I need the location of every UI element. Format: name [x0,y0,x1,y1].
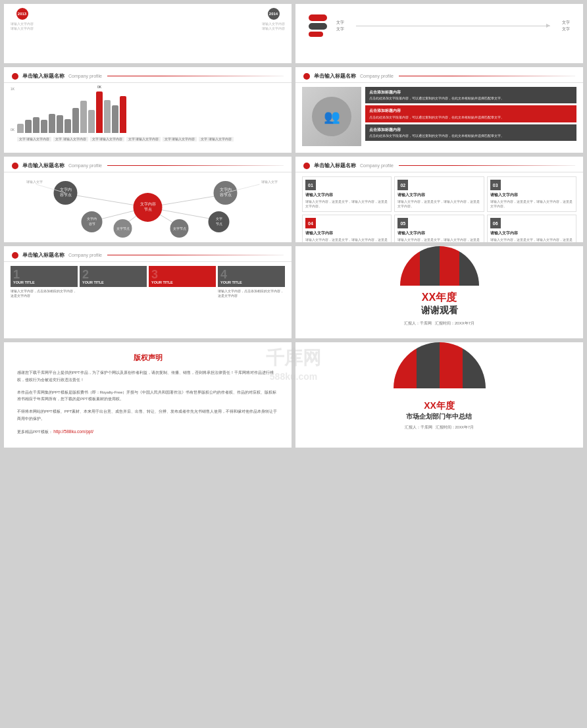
text-block-1: 点击添加标题内容 点击此处添加文字段落内容，可以通过复制的文字内容，在此文本框粘… [365,87,576,103]
final-text-area: XX年度 市场企划部门年中总结 汇报人：千库网 汇报时间：20XX年7月 [405,400,474,430]
list-num-3: 03 [490,180,501,190]
slide-2a-header: 单击输入标题名称 Company profile [4,67,292,83]
sc2-seg-3 [440,342,463,388]
header-line [107,76,284,76]
list-title-5: 请输入文字内容 [397,230,480,236]
list-card-6: 06 请输入文字内容 请输入文字内容，这里是文字，请输入文字内容，这里是文字内容… [487,215,576,242]
header-accent-4a [12,252,18,259]
slide-thankyou: XX年度 谢谢观看 汇报人：千库网 汇报时间：20XX年7月 [295,246,583,338]
svg-text:文字内: 文字内 [87,217,97,221]
list-card-1: 01 请输入文字内容 请输入文字内容，这里是文字，请输入文字内容，这里是文字内容… [302,176,392,212]
slide-2b-header: 单击输入标题名称 Company profile [295,67,583,83]
header-accent-2b [303,73,310,80]
header-title: 单击输入标题名称 [22,72,64,80]
sc2-seg-2 [417,342,440,388]
pill-label-1: 文字 [336,20,344,25]
slide-photo-text: 单击输入标题名称 Company profile 👥 点击添加标题内容 点击此处… [295,67,583,153]
slide-listgrid: 单击输入标题名称 Company profile 01 请输入文字内容 请输入文… [295,157,583,242]
pills-content: 文字 文字 文字 文字 [295,4,583,47]
list-title-2: 请输入文字内容 [397,192,480,198]
slide-4a-header: 单击输入标题名称 Company profile [4,246,292,262]
list-card-5: 05 请输入文字内容 请输入文字内容，这里是文字，请输入文字内容，这里是文字内容… [394,215,484,242]
header-title-3b: 单击输入标题名称 [314,162,356,169]
header-title-3a: 单击输入标题名称 [22,162,64,169]
timeline-item-2: 2014 请输入文字内容请输入文字内容 [262,8,285,31]
slide-final: XX年度 市场企划部门年中总结 汇报人：千库网 汇报时间：20XX年7月 [295,342,583,448]
slide-3a-header: 单击输入标题名称 Company profile [4,157,292,172]
svg-text:文字: 文字 [216,217,222,221]
main-grid: 2013 请输入文字内容请输入文字内容 2014 请输入文字内容请输入文字内容 [0,0,587,452]
header-subtitle-4a: Company profile [68,253,102,257]
steps-content: 1 YOUR TITLE 2 YOUR TITLE 3 YOUR TITLE 4… [4,262,292,303]
svg-text:请输入文字: 请输入文字 [261,180,278,184]
header-title-4a: 单击输入标题名称 [22,251,64,259]
header-accent-3b [303,163,310,169]
step-4-title: YOUR TITLE [220,280,282,284]
list-title-1: 请输入文字内容 [305,192,388,198]
pill-label-4: 文字 [562,27,570,32]
list-num-5: 05 [397,218,408,228]
sc-seg-3 [440,246,459,286]
list-num-2: 02 [397,180,408,190]
svg-text:文字内: 文字内 [220,187,232,192]
slide-barchart: 单击输入标题名称 Company profile 1K 0K [4,67,292,153]
photo-placeholder: 👥 [302,87,361,146]
copyright-para-1: 感谢您下载千库网平台上提供的PPT作品，为了保护个网以及原创作者利益，请勿复制、… [17,369,278,384]
pill-label-2: 文字 [336,27,344,32]
header-title-2b: 单击输入标题名称 [314,72,356,80]
step-2-title: YOUR TITLE [82,280,144,284]
mindmap-area: 文字内容 节点 文字内 容节点 文字内 容节 文字内 容节点 文字 节点 文字节… [4,172,292,242]
header-accent-3a [12,163,18,169]
step-4-number: 4 [220,269,282,280]
list-body-2: 请输入文字内容，这里是文字，请输入文字内容，这里是文字内容。 [397,199,480,209]
sc-seg-4 [459,246,479,286]
svg-text:请输入文字: 请输入文字 [26,180,43,184]
sc2-seg-4 [463,342,486,388]
svg-text:文字节点: 文字节点 [116,226,130,230]
step-3-number: 3 [151,269,213,280]
svg-text:节点: 节点 [144,207,152,211]
list-num-1: 01 [305,180,316,190]
semicircle-top [400,246,479,286]
header-subtitle-2b: Company profile [360,74,394,78]
timeline-circle-1: 2013 [16,8,28,20]
thankyou-main: 谢谢观看 [404,305,474,317]
svg-text:文字内: 文字内 [60,187,72,192]
step-desc-1: 请输入文字内容，点击添加相应的文字内容，这是文字内容 [11,290,78,299]
step-3-box: 3 YOUR TITLE [149,266,216,287]
header-line-4a [107,255,284,255]
list-num-4: 04 [305,218,316,228]
pill-label-3: 文字 [562,20,570,25]
list-title-4: 请输入文字内容 [305,230,388,236]
final-inner: XX年度 市场企划部门年中总结 汇报人：千库网 汇报时间：20XX年7月 [295,342,583,448]
header-subtitle: Company profile [68,74,102,78]
slide-pills: 文字 文字 文字 文字 [295,4,583,63]
header-subtitle-3b: Company profile [360,163,394,168]
sc-seg-2 [420,246,440,286]
semicircle-top-2 [394,342,486,388]
list-card-4: 04 请输入文字内容 请输入文字内容，这里是文字，请输入文字内容，这里是文字内容… [302,215,392,242]
step-1-title: YOUR TITLE [13,280,75,284]
sc2-seg-1 [394,342,417,388]
copyright-para-2: 本作品在千库网集的PPT模板是版权费书（即：Royalty-Free）开授与《中… [17,389,278,403]
header-line-3a [107,165,284,166]
timeline-circle-2: 2014 [268,8,280,20]
mindmap-svg: 文字内容 节点 文字内 容节点 文字内 容节 文字内 容节点 文字 节点 文字节… [8,174,288,240]
timeline-item-1: 2013 请输入文字内容请输入文字内容 [11,8,34,31]
header-accent [12,73,18,80]
list-grid-content: 01 请输入文字内容 请输入文字内容，这里是文字，请输入文字内容，这里是文字内容… [295,172,583,242]
svg-text:容节点: 容节点 [220,192,232,197]
step-2-box: 2 YOUR TITLE [80,266,147,287]
svg-text:节点: 节点 [216,222,222,226]
step-1-number: 1 [13,269,75,280]
text-blocks-area: 点击添加标题内容 点击此处添加文字段落内容，可以通过复制的文字内容，在此文本框粘… [365,87,576,146]
list-body-1: 请输入文字内容，这里是文字，请输入文字内容，这里是文字内容。 [305,199,388,209]
copyright-link[interactable]: http://588ku.com/ppt/ [53,429,93,434]
thankyou-text-area: XX年度 谢谢观看 汇报人：千库网 汇报时间：20XX年7月 [404,291,474,326]
steps-desc-row: 请输入文字内容，点击添加相应的文字内容，这是文字内容 请输入文字内容，点击添加相… [11,290,285,299]
pill-red-1 [309,14,327,21]
header-line-2b [399,76,575,76]
svg-text:文字节点: 文字节点 [173,226,186,230]
final-year: XX年度 [405,400,474,412]
timeline-text-2: 请输入文字内容请输入文字内容 [262,22,285,31]
